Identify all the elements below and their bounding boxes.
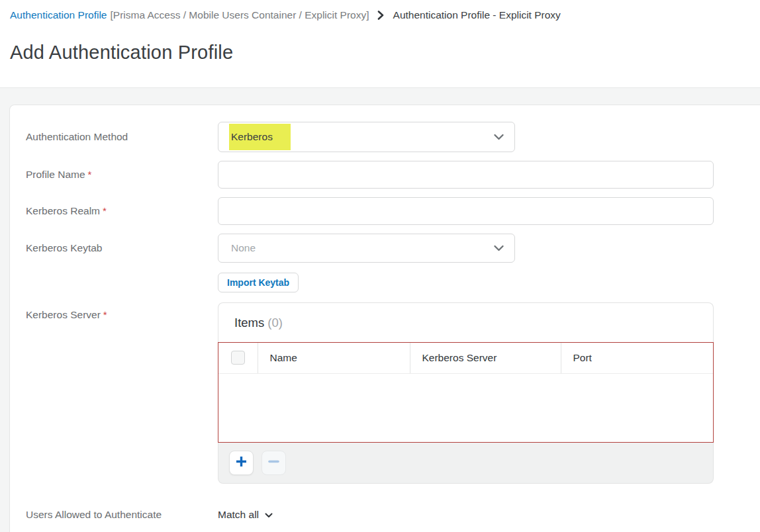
import-keytab-button[interactable]: Import Keytab [218, 273, 299, 292]
minus-icon [267, 455, 280, 470]
authentication-method-row: Authentication Method Kerberos [26, 122, 760, 152]
kerberos-keytab-label: Kerberos Keytab [26, 242, 218, 254]
label-text: Kerberos Realm [26, 205, 100, 216]
search-highlight: Kerberos [229, 124, 291, 150]
form-card: Authentication Method Kerberos Profile N… [9, 105, 760, 532]
breadcrumb-context: [Prisma Access / Mobile Users Container … [110, 9, 369, 22]
page-header: Authentication Profile [Prisma Access / … [0, 0, 760, 88]
chevron-down-icon [265, 509, 273, 521]
import-keytab-row: Import Keytab [26, 273, 760, 292]
profile-name-row: Profile Name* [26, 161, 760, 189]
label-text: Users Allowed to Authenticate [26, 509, 162, 520]
kerberos-server-row: Kerberos Server* Items(0) Name [26, 302, 760, 484]
column-header-kerberos-server[interactable]: Kerberos Server [410, 343, 561, 373]
table-header-row: Name Kerberos Server Port [218, 343, 713, 373]
column-header-name[interactable]: Name [258, 343, 410, 373]
kerberos-server-items-card: Items(0) Name Kerberos Server Port [218, 302, 714, 484]
page-title: Add Authentication Profile [10, 42, 749, 64]
chevron-right-icon [377, 11, 384, 20]
required-asterisk: * [103, 205, 107, 216]
authentication-method-value: Kerberos [231, 131, 273, 143]
authentication-method-select[interactable]: Kerberos [218, 122, 515, 152]
column-header-port[interactable]: Port [561, 343, 713, 373]
label-text: Kerberos Keytab [26, 242, 102, 253]
kerberos-realm-label: Kerberos Realm* [26, 205, 218, 217]
users-allowed-value: Match all [218, 509, 259, 521]
users-allowed-dropdown[interactable]: Match all [218, 509, 273, 521]
kerberos-keytab-select[interactable]: None [218, 234, 515, 263]
required-asterisk: * [88, 169, 92, 180]
table-body-empty [218, 374, 713, 442]
authentication-method-label: Authentication Method [26, 131, 218, 143]
kerberos-server-table: Name Kerberos Server Port [218, 342, 714, 443]
items-count: (0) [267, 316, 283, 330]
profile-name-input[interactable] [218, 161, 714, 189]
breadcrumb: Authentication Profile [Prisma Access / … [10, 9, 749, 22]
remove-server-button[interactable] [261, 451, 286, 475]
breadcrumb-current: Authentication Profile - Explicit Proxy [393, 9, 561, 22]
kerberos-keytab-row: Kerberos Keytab None [26, 234, 760, 263]
page-body: Authentication Method Kerberos Profile N… [0, 88, 760, 532]
chevron-down-icon [494, 131, 504, 143]
plus-icon [235, 455, 248, 470]
users-allowed-label: Users Allowed to Authenticate [26, 509, 218, 521]
chevron-down-icon [494, 242, 504, 254]
label-text: Authentication Method [26, 131, 128, 142]
kerberos-server-label: Kerberos Server* [26, 302, 218, 321]
items-footer [218, 443, 714, 484]
items-label: Items [234, 316, 264, 330]
select-all-checkbox[interactable] [231, 351, 245, 365]
kerberos-keytab-value: None [231, 242, 494, 254]
breadcrumb-link-authentication-profile[interactable]: Authentication Profile [10, 9, 107, 22]
select-all-header-cell [218, 343, 258, 373]
kerberos-realm-input[interactable] [218, 197, 714, 225]
items-header: Items(0) [218, 302, 714, 342]
profile-name-label: Profile Name* [26, 169, 218, 181]
required-asterisk: * [103, 309, 107, 320]
label-text: Profile Name [26, 169, 85, 180]
users-allowed-row: Users Allowed to Authenticate Match all [26, 509, 760, 521]
kerberos-realm-row: Kerberos Realm* [26, 197, 760, 225]
label-text: Kerberos Server [26, 309, 101, 320]
add-server-button[interactable] [229, 451, 254, 475]
